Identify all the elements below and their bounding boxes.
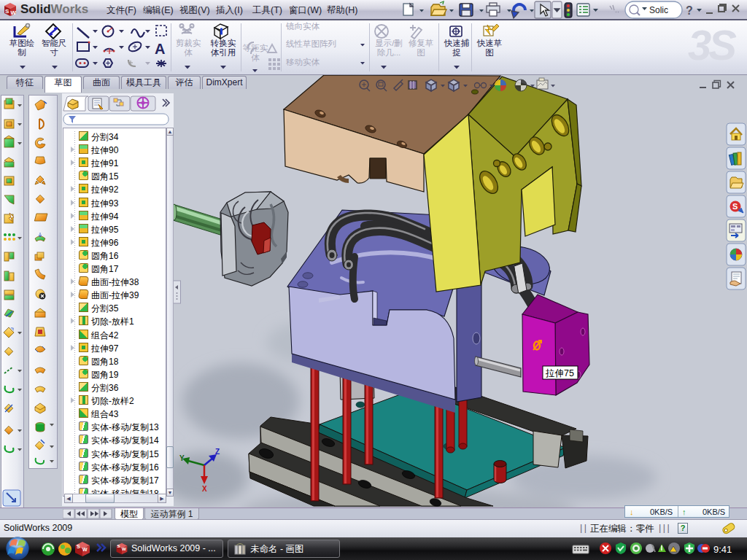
svg-text:W: W — [122, 546, 126, 551]
svg-text:W: W — [82, 547, 88, 552]
svg-text:S: S — [5, 8, 9, 15]
svg-text:A: A — [155, 41, 165, 57]
svg-text:S: S — [117, 543, 120, 548]
svg-text:Solic: Solic — [649, 5, 668, 15]
svg-text:Z: Z — [215, 448, 220, 456]
svg-text:S: S — [732, 202, 738, 211]
svg-text:拉伸75: 拉伸75 — [545, 368, 574, 378]
svg-text:S: S — [77, 544, 80, 549]
svg-text:Y: Y — [179, 454, 185, 462]
svg-text:W: W — [11, 9, 17, 16]
svg-text:?: ? — [686, 4, 693, 17]
svg-text:X: X — [202, 485, 207, 493]
